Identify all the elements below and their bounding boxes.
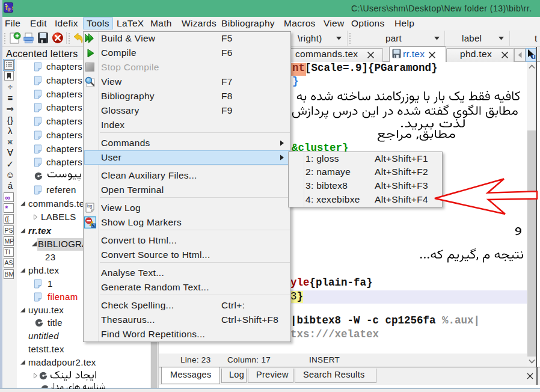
svg-text:MP: MP: [5, 237, 14, 245]
svg-text:PS: PS: [5, 227, 13, 234]
svg-text:([.: ([.: [5, 215, 11, 222]
svg-text:∞: ∞: [5, 194, 11, 202]
svg-text:BM: BM: [5, 271, 14, 278]
svg-text:log: log: [87, 204, 93, 209]
svg-text:*: *: [5, 204, 8, 213]
svg-text:AS: AS: [5, 259, 13, 266]
svg-text:TI: TI: [5, 248, 10, 256]
svg-text:u: u: [531, 52, 536, 61]
